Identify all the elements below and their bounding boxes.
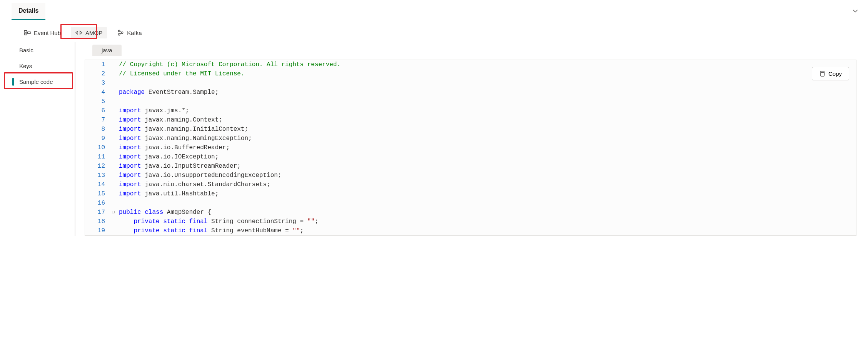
fold-toggle [112,171,119,180]
sidebar: Basic Keys Sample code [0,42,75,236]
code-line: 1// Copyright (c) Microsoft Corporation.… [85,60,856,69]
svg-line-8 [120,32,122,32]
code-text: import java.nio.charset.StandardCharsets… [119,180,270,189]
fold-toggle [112,69,119,78]
sidebar-item-basic[interactable]: Basic [0,42,75,58]
fold-toggle [112,180,119,189]
code-line: 16 [85,198,856,208]
fold-toggle [112,226,119,235]
collapse-panel-button[interactable] [852,7,859,15]
code-text: // Copyright (c) Microsoft Corporation. … [119,60,341,69]
code-line: 17⊟public class AmqpSender { [85,208,856,217]
code-text: import java.io.InputStreamReader; [119,162,241,171]
line-number: 11 [85,152,112,162]
fold-toggle [112,97,119,106]
code-line: 4package EventStream.Sample; [85,88,856,97]
copy-icon [819,71,825,77]
code-text: import javax.naming.Context; [119,115,222,125]
line-number: 15 [85,189,112,198]
code-line: 6import javax.jms.*; [85,106,856,115]
code-line: 5 [85,97,856,106]
line-number: 13 [85,171,112,180]
code-line: 13import java.io.UnsupportedEncodingExce… [85,171,856,180]
code-text: import java.io.BufferedReader; [119,143,230,152]
code-line: 11import java.io.IOException; [85,152,856,162]
code-line: 3 [85,78,856,88]
kafka-icon [117,29,124,36]
code-line: 19 private static final String eventHubN… [85,226,856,235]
line-number: 5 [85,97,112,106]
line-number: 2 [85,69,112,78]
svg-rect-10 [821,72,824,76]
line-number: 12 [85,162,112,171]
code-text: private static final String eventHubName… [119,226,304,235]
line-number: 10 [85,143,112,152]
fold-toggle [112,143,119,152]
fold-toggle [112,115,119,125]
svg-rect-1 [24,33,27,35]
line-number: 6 [85,106,112,115]
svg-rect-0 [24,30,27,32]
line-number: 17 [85,208,112,217]
code-lines[interactable]: 1// Copyright (c) Microsoft Corporation.… [85,60,856,235]
protocol-eventhub-label: Event Hub [34,30,61,36]
code-line: 14import java.nio.charset.StandardCharse… [85,180,856,189]
code-text: import javax.naming.NamingException; [119,134,252,143]
protocol-kafka-label: Kafka [127,30,142,36]
highlight-amqp-annotation [60,24,97,39]
code-line: 15import java.util.Hashtable; [85,189,856,198]
fold-toggle [112,152,119,162]
code-text: import java.io.UnsupportedEncodingExcept… [119,171,281,180]
code-text: import javax.jms.*; [119,106,189,115]
code-line: 18 private static final String connectio… [85,217,856,226]
code-line: 9import javax.naming.NamingException; [85,134,856,143]
language-tab-java[interactable]: java [92,45,122,56]
code-block: Copy 1// Copyright (c) Microsoft Corpora… [85,60,856,236]
svg-line-9 [120,33,122,34]
fold-toggle[interactable]: ⊟ [112,208,119,217]
code-text: // Licensed under the MIT License. [119,69,244,78]
fold-toggle [112,189,119,198]
fold-toggle [112,106,119,115]
fold-toggle [112,88,119,97]
copy-button-label: Copy [828,70,842,77]
code-line: 10import java.io.BufferedReader; [85,143,856,152]
code-line: 8import javax.naming.InitialContext; [85,125,856,134]
line-number: 8 [85,125,112,134]
sidebar-item-keys[interactable]: Keys [0,58,75,74]
fold-toggle [112,162,119,171]
line-number: 14 [85,180,112,189]
fold-toggle [112,217,119,226]
fold-toggle [112,60,119,69]
code-line: 7import javax.naming.Context; [85,115,856,125]
eventhub-icon [24,29,31,36]
fold-toggle [112,198,119,208]
line-number: 3 [85,78,112,88]
svg-rect-2 [28,32,30,34]
copy-button[interactable]: Copy [812,67,849,80]
fold-toggle [112,78,119,88]
protocol-tabs: Event Hub AMQP Kafka [0,23,868,42]
line-number: 9 [85,134,112,143]
code-text: private static final String connectionSt… [119,217,319,226]
code-text: package EventStream.Sample; [119,88,219,97]
code-text: import java.io.IOException; [119,152,219,162]
code-text: import javax.naming.InitialContext; [119,125,248,134]
line-number: 16 [85,198,112,208]
line-number: 1 [85,60,112,69]
code-text: public class AmqpSender { [119,208,211,217]
protocol-eventhub[interactable]: Event Hub [19,27,65,38]
chevron-down-icon [852,7,859,14]
protocol-kafka[interactable]: Kafka [112,27,146,38]
fold-toggle [112,134,119,143]
code-line: 12import java.io.InputStreamReader; [85,162,856,171]
tab-details[interactable]: Details [12,3,45,20]
line-number: 4 [85,88,112,97]
code-text: import java.util.Hashtable; [119,189,219,198]
line-number: 18 [85,217,112,226]
line-number: 19 [85,226,112,235]
code-line: 2// Licensed under the MIT License. [85,69,856,78]
highlight-sample-code-annotation [4,72,73,89]
line-number: 7 [85,115,112,125]
fold-toggle [112,125,119,134]
